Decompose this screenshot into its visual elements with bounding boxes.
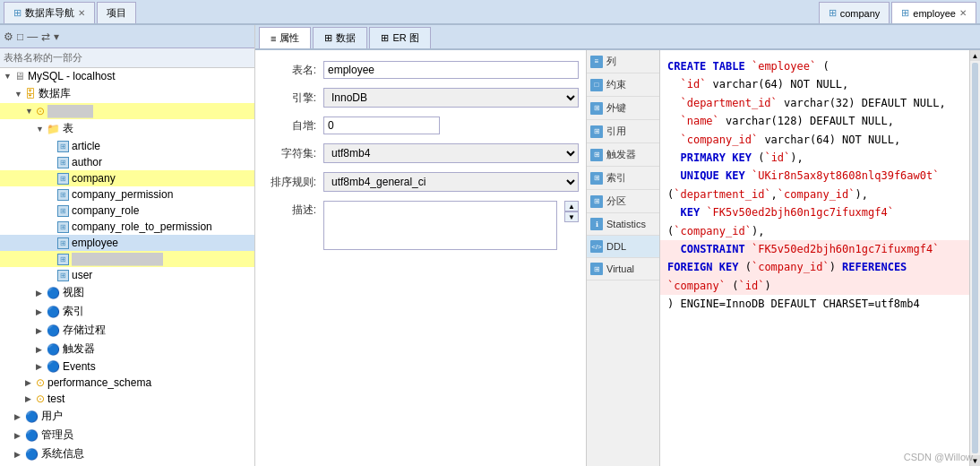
tree-item-employee[interactable]: ⊞ employee: [0, 235, 254, 251]
tablename-input[interactable]: [323, 61, 579, 79]
prop-row-autoinc: 自增:: [262, 116, 579, 134]
sql-nav-virtual[interactable]: ⊞ Virtual: [587, 258, 659, 280]
tab-properties[interactable]: ≡ 属性: [259, 27, 311, 48]
db-navigator-tab[interactable]: ⊞ 数据库导航 ✕: [4, 2, 95, 23]
tree-item-test[interactable]: ▶ ⊙ test: [0, 391, 254, 407]
tree-item-indexes[interactable]: ▶ 🔵 索引: [0, 302, 254, 321]
tree-item-events[interactable]: ▶ 🔵 Events: [0, 358, 254, 375]
tab-data[interactable]: ⊞ 数据: [313, 27, 367, 48]
prop-row-collation: 排序规则: utf8mb4_general_ci utf8mb4_unicode…: [262, 172, 579, 192]
tree-item-triggers[interactable]: ▶ 🔵 触发器: [0, 340, 254, 358]
er-tab-label: ER 图: [392, 31, 418, 45]
perf-schema-icon: ⊙: [36, 376, 45, 389]
tree-item-procedures[interactable]: ▶ 🔵 存储过程: [0, 321, 254, 340]
sql-nav-statistics[interactable]: ℹ Statistics: [587, 213, 659, 236]
tables-folder-icon: 📁: [47, 123, 60, 135]
tree-item-tables-folder[interactable]: ▼ 📁 表: [0, 119, 254, 138]
sidebar-toolbar-box: □: [17, 30, 23, 43]
ddl-nav-label: DDL: [606, 241, 626, 252]
employee-tab[interactable]: ⊞ employee ✕: [891, 2, 976, 23]
sql-nav-indexes[interactable]: ⊞ 索引: [587, 167, 659, 190]
engine-select[interactable]: InnoDB MyISAM: [323, 88, 579, 108]
sql-nav-ddl[interactable]: </> DDL: [587, 236, 659, 258]
sql-nav-partitions[interactable]: ⊞ 分区: [587, 190, 659, 213]
er-tab-icon: ⊞: [381, 32, 389, 44]
autoinc-input[interactable]: [323, 116, 440, 134]
sql-nav-panel: ≡ 列 □ 约束 ⊞ 外键 ⊞ 引用: [587, 50, 660, 466]
tree-item-perf-schema[interactable]: ▶ ⊙ performance_schema: [0, 375, 254, 391]
tab-er[interactable]: ⊞ ER 图: [369, 27, 430, 48]
db-icon: ⊞: [13, 7, 21, 19]
tree-item-views[interactable]: ▶ 🔵 视图: [0, 283, 254, 302]
sql-nav-columns[interactable]: ≡ 列: [587, 50, 659, 73]
company-role-icon: ⊞: [57, 205, 69, 217]
perf-schema-label: performance_schema: [47, 376, 151, 389]
prop-row-comment: 描述: ▲ ▼: [262, 201, 579, 250]
article-label: article: [72, 140, 100, 152]
sql-code-area: CREATE TABLE `employee` ( `id` varchar(6…: [660, 50, 969, 466]
sql-nav-constraints[interactable]: □ 约束: [587, 73, 659, 97]
sql-nav-triggers[interactable]: ⊞ 触发器: [587, 143, 659, 167]
employee-tab-close[interactable]: ✕: [959, 8, 967, 18]
engine-label: 引擎:: [262, 91, 316, 106]
watermark: CSDN @Willow: [904, 452, 973, 462]
blurred-table-icon: ⊞: [57, 254, 69, 265]
project-tab[interactable]: 项目: [97, 2, 136, 23]
tree-item-company[interactable]: ⊞ company: [0, 170, 254, 186]
sysinfo-label: 系统信息: [41, 446, 84, 462]
sysinfo-icon: 🔵: [25, 448, 39, 461]
comment-label: 描述:: [262, 201, 316, 218]
db-blurred-label: ██████: [47, 105, 93, 117]
columns-nav-icon: ≡: [590, 56, 603, 68]
company-role-perm-icon: ⊞: [57, 221, 69, 233]
tree-item-company-role-to-permission[interactable]: ⊞ company_role_to_permission: [0, 219, 254, 235]
scrollbar-thumb[interactable]: [972, 63, 978, 453]
sql-nav-refs[interactable]: ⊞ 引用: [587, 120, 659, 143]
prop-row-tablename: 表名:: [262, 61, 579, 79]
collation-select[interactable]: utf8mb4_general_ci utf8mb4_unicode_ci: [323, 172, 579, 192]
columns-nav-label: 列: [606, 55, 616, 68]
tree-item-author[interactable]: ⊞ author: [0, 154, 254, 170]
employee-tab-icon: ⊞: [901, 7, 909, 19]
tree-item-article[interactable]: ⊞ article: [0, 138, 254, 154]
databases-icon: 🗄: [25, 88, 36, 100]
sidebar-toolbar-arrows: ⇄: [41, 30, 50, 43]
tree-item-server[interactable]: ▼ 🖥 MySQL - localhost: [0, 68, 254, 84]
users-icon: 🔵: [25, 410, 39, 423]
tree-item-company-permission[interactable]: ⊞ company_permission: [0, 186, 254, 203]
comment-scroll-up[interactable]: ▲: [564, 201, 579, 211]
comment-textarea[interactable]: [323, 201, 557, 250]
tree-item-user[interactable]: ⊞ user: [0, 267, 254, 283]
procedures-icon: 🔵: [47, 324, 60, 337]
tree-item-users[interactable]: ▶ 🔵 用户: [0, 407, 254, 426]
company-permission-label: company_permission: [72, 188, 173, 201]
tree-item-company-role[interactable]: ⊞ company_role: [0, 203, 254, 219]
charset-select[interactable]: utf8mb4 utf8 latin1: [323, 143, 579, 163]
fk-nav-icon: ⊞: [590, 102, 603, 115]
views-icon: 🔵: [47, 287, 60, 299]
employee-label: employee: [72, 237, 118, 249]
sql-scrollbar[interactable]: ▲ ▼: [969, 50, 980, 466]
db-nav-close[interactable]: ✕: [78, 8, 85, 18]
virtual-nav-icon: ⊞: [590, 263, 603, 275]
sidebar-toolbar-icon: ⚙: [4, 30, 13, 43]
users-label: 用户: [41, 409, 63, 424]
tree-item-sysinfo[interactable]: ▶ 🔵 系统信息: [0, 444, 254, 463]
sql-nav-fk[interactable]: ⊞ 外键: [587, 97, 659, 120]
test-icon: ⊙: [36, 393, 45, 405]
tree-item-blurred-table[interactable]: ⊞ ████████████: [0, 251, 254, 267]
company-tab-label: company: [840, 8, 881, 19]
server-icon: 🖥: [14, 70, 25, 82]
scrollbar-up[interactable]: ▲: [970, 50, 980, 61]
partitions-nav-label: 分区: [606, 194, 626, 208]
tree-item-admins[interactable]: ▶ 🔵 管理员: [0, 426, 254, 444]
autoinc-label: 自增:: [262, 118, 316, 134]
statistics-nav-label: Statistics: [606, 219, 646, 229]
databases-label: 数据库: [39, 86, 71, 101]
comment-scroll-down[interactable]: ▼: [564, 211, 579, 222]
fk-nav-label: 外键: [606, 101, 626, 115]
author-icon: ⊞: [57, 157, 69, 168]
company-tab[interactable]: ⊞ company: [819, 2, 890, 23]
tree-item-db-blurred[interactable]: ▼ ⊙ ██████: [0, 103, 254, 119]
tree-item-databases[interactable]: ▼ 🗄 数据库: [0, 84, 254, 103]
